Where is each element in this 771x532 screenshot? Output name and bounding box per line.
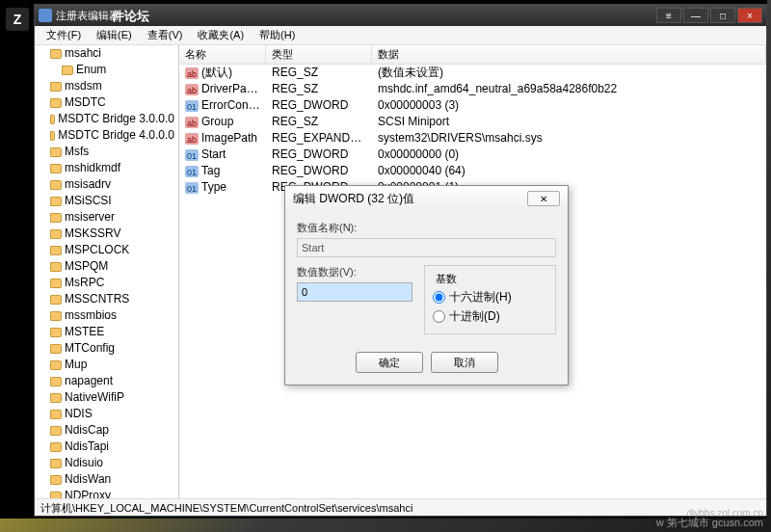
value-data-field[interactable] [297, 282, 412, 302]
tree-node[interactable]: MSDTC Bridge 3.0.0.0 [35, 111, 178, 127]
col-name[interactable]: 名称 [179, 45, 266, 64]
radio-dec-input[interactable] [433, 310, 445, 323]
cell-type: REG_DWORD [266, 147, 372, 162]
folder-icon [50, 98, 62, 108]
dialog-titlebar[interactable]: 编辑 DWORD (32 位)值 ✕ [285, 186, 568, 211]
tree-node[interactable]: NdisCap [35, 422, 178, 439]
folder-icon [50, 426, 62, 436]
radio-hex[interactable]: 十六进制(H) [433, 289, 547, 306]
cell-type: REG_SZ [266, 82, 372, 96]
list-row[interactable]: ab(默认)REG_SZ(数值未设置) [179, 65, 766, 81]
tree-node[interactable]: NativeWifiP [35, 389, 178, 406]
tree-node[interactable]: NDIS [35, 406, 178, 422]
cell-data: 0x00000040 (64) [372, 164, 766, 178]
tree-label: NDProxy [65, 489, 111, 498]
tree-label: Msfs [65, 145, 89, 159]
tree-node[interactable]: MTConfig [35, 340, 178, 357]
base-fieldset: 基数 十六进制(H) 十进制(D) [424, 265, 556, 334]
tree-node[interactable]: MsRPC [35, 275, 178, 291]
tree-node[interactable]: MSDTC [35, 94, 178, 111]
cell-name: 01Start [179, 147, 266, 162]
radio-hex-input[interactable] [433, 291, 445, 304]
list-row[interactable]: abImagePathREG_EXPAND_SZsystem32\DRIVERS… [179, 130, 766, 146]
tree-label: MSKSSRV [65, 226, 120, 241]
tree-node[interactable]: msisadrv [35, 176, 178, 193]
menu-item[interactable]: 文件(F) [39, 26, 89, 44]
cell-type: REG_DWORD [266, 164, 372, 178]
tree-label: NdisTapi [65, 439, 109, 454]
folder-icon [50, 131, 55, 141]
cell-data: SCSI Miniport [372, 115, 766, 129]
extra-button[interactable]: ≡ [656, 8, 681, 23]
list-row[interactable]: abDriverPackageIdREG_SZmshdc.inf_amd64_n… [179, 81, 766, 97]
tree-node[interactable]: mshidkmdf [35, 160, 178, 176]
col-type[interactable]: 类型 [266, 45, 372, 64]
tree-node[interactable]: NdisWan [35, 471, 178, 488]
value-data-label: 数值数据(V): [297, 265, 412, 279]
tree-node[interactable]: MSDTC Bridge 4.0.0.0 [35, 127, 178, 144]
list-row[interactable]: 01ErrorControlREG_DWORD0x00000003 (3) [179, 97, 766, 114]
list-row[interactable]: 01StartREG_DWORD0x00000000 (0) [179, 146, 766, 163]
dialog-close-button[interactable]: ✕ [527, 191, 560, 206]
tree-label: MSTEE [65, 325, 104, 339]
menu-item[interactable]: 编辑(E) [89, 26, 140, 44]
list-header[interactable]: 名称 类型 数据 [179, 45, 766, 65]
list-row[interactable]: abGroupREG_SZSCSI Miniport [179, 114, 766, 130]
menu-item[interactable]: 查看(V) [140, 26, 191, 44]
value-name-field [297, 238, 556, 257]
folder-icon [50, 475, 62, 485]
tree-node[interactable]: MSPCLOCK [35, 242, 178, 258]
tree-node[interactable]: MSKSSRV [35, 226, 178, 242]
tree-label: msdsm [65, 79, 102, 93]
tree-node[interactable]: msahci [35, 45, 178, 62]
tree-node[interactable]: napagent [35, 373, 178, 389]
folder-icon [50, 164, 62, 173]
cell-name: 01Tag [179, 164, 266, 178]
folder-icon [50, 262, 62, 272]
cell-name: abImagePath [179, 131, 266, 146]
tree-node[interactable]: MSSCNTRS [35, 291, 178, 307]
statusbar: 计算机\HKEY_LOCAL_MACHINE\SYSTEM\CurrentCon… [35, 498, 766, 516]
folder-icon [50, 410, 62, 419]
tree-pane[interactable]: msahciEnummsdsmMSDTCMSDTC Bridge 3.0.0.0… [35, 45, 179, 498]
col-data[interactable]: 数据 [372, 45, 766, 64]
tree-node[interactable]: MSTEE [35, 324, 178, 340]
tree-node[interactable]: MSPQM [35, 258, 178, 275]
tree-label: MTConfig [65, 341, 115, 356]
menu-item[interactable]: 收藏夹(A) [190, 26, 252, 44]
close-button[interactable]: × [737, 8, 762, 23]
tree-node[interactable]: NdisTapi [35, 439, 178, 455]
tree-label: msiserver [65, 210, 115, 225]
folder-icon [50, 360, 62, 370]
minimize-button[interactable]: — [683, 8, 708, 23]
tree-node[interactable]: mssmbios [35, 307, 178, 324]
tree-node[interactable]: msdsm [35, 78, 178, 94]
tree-label: Ndisuio [65, 456, 103, 470]
tree-node[interactable]: Enum [35, 62, 178, 78]
folder-icon [50, 82, 62, 92]
titlebar[interactable]: 注册表编辑器 件论坛 ≡ — □ × [35, 5, 766, 26]
binary-icon: 01 [185, 182, 199, 194]
binary-icon: 01 [185, 166, 199, 177]
cell-name: 01ErrorControl [179, 98, 266, 113]
tree-node[interactable]: msiserver [35, 209, 178, 226]
radio-dec[interactable]: 十进制(D) [433, 308, 547, 325]
tree-label: MSDTC [65, 95, 106, 110]
menu-item[interactable]: 帮助(H) [252, 26, 303, 44]
ok-button[interactable]: 确定 [356, 352, 423, 373]
tree-label: NdisCap [65, 423, 109, 438]
tree-label: MSSCNTRS [65, 292, 129, 306]
tree-node[interactable]: MSiSCSI [35, 193, 178, 209]
folder-icon [50, 442, 62, 452]
maximize-button[interactable]: □ [710, 8, 735, 23]
tree-node[interactable]: NDProxy [35, 488, 178, 498]
list-row[interactable]: 01TagREG_DWORD0x00000040 (64) [179, 163, 766, 179]
tree-label: NDIS [65, 407, 93, 421]
cancel-button[interactable]: 取消 [431, 352, 498, 373]
tree-node[interactable]: Ndisuio [35, 455, 178, 471]
tree-label: napagent [65, 374, 113, 388]
string-icon: ab [185, 67, 199, 79]
tree-node[interactable]: Msfs [35, 144, 178, 160]
folder-icon [50, 459, 62, 468]
tree-node[interactable]: Mup [35, 357, 178, 373]
